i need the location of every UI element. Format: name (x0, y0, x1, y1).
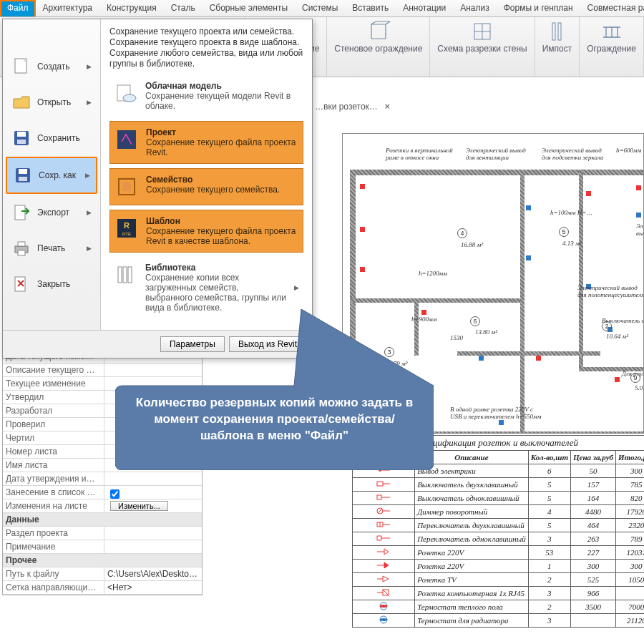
plan-annotation: h=1200мм (419, 270, 447, 277)
save-as-cloud[interactable]: Облачная модельСохранение текущей модели… (109, 75, 303, 117)
spec-row: Выключатель одноклавишный5164820Legra (353, 492, 645, 505)
wall (520, 170, 525, 434)
svg-rect-38 (377, 482, 383, 486)
plan-annotation: Электрический выводдля подсветки зеркала (542, 147, 604, 161)
room-tag: 6 (470, 316, 480, 327)
save-as-family[interactable]: СемействоСохранение текущего семейства. (109, 168, 303, 205)
close-tab-icon[interactable]: × (382, 102, 393, 112)
spec-cell: Розетка TV (415, 573, 529, 587)
chevron-right-icon: ▶ (294, 284, 299, 291)
file-menu-save[interactable]: Сохранить (6, 121, 97, 155)
spec-row: Выключатель двухклавишный5157785Legra (353, 478, 645, 492)
spec-cell: 5 (528, 492, 570, 505)
file-menu-print[interactable]: Печать▶ (6, 231, 97, 265)
ribbon-item-curtain-grid[interactable]: Схема разрезки стены (430, 17, 535, 77)
palette-row[interactable]: Путь к файлуC:\Users\Alex\Deskto… (3, 567, 202, 581)
spec-cell: 464 (570, 519, 615, 532)
ribbon-tab-struct[interactable]: Конструкция (99, 0, 164, 16)
plan-annotation: Электрический выводдля полотенцесушителя (577, 284, 644, 298)
electrical-device (536, 356, 541, 361)
file-menu-close[interactable]: Закрыть (6, 267, 97, 301)
electrical-device (586, 191, 591, 196)
plan-annotation: В одной рамке розетка 220V сUSB и перекл… (450, 406, 542, 420)
save-as-project[interactable]: ПроектСохранение текущего файла проекта … (109, 121, 303, 164)
spec-cell: 820 (616, 492, 644, 505)
svg-rect-40 (377, 495, 381, 499)
ribbon-tab-insert[interactable]: Вставить (345, 0, 396, 16)
spec-cell: 7000 (616, 600, 644, 614)
palette-row[interactable]: Изменения на листеИзменить... (3, 499, 202, 513)
svg-text:R: R (124, 221, 130, 230)
spec-cell: 966 (570, 587, 615, 600)
palette-row[interactable]: Сетка направляющи…<Нет> (3, 581, 202, 595)
file-menu-export[interactable]: Экспорт▶ (6, 195, 97, 230)
save-as-template[interactable]: RRTE ШаблонСохранение текущего файла про… (109, 210, 303, 253)
cloud-icon (114, 81, 138, 105)
palette-row[interactable]: Занесение в список … (3, 486, 202, 499)
spec-cell: 157 (570, 478, 615, 492)
wall (350, 170, 643, 175)
file-menu: Создать▶ Открыть▶ Сохранить Сохр. как▶ Э… (2, 19, 313, 358)
ribbon-tab-file[interactable]: Файл (0, 0, 36, 16)
ribbon-tab-precast[interactable]: Сборные элементы (203, 0, 295, 16)
svg-point-54 (380, 605, 387, 608)
svg-point-26 (123, 94, 136, 102)
electrical-device (636, 185, 641, 190)
plan-annotation: 16.88 м² (461, 241, 483, 248)
ribbon-tab-anno[interactable]: Аннотации (396, 0, 453, 16)
ribbon-tab-collab[interactable]: Совместная ра (580, 0, 644, 16)
spec-cell: 53 (528, 546, 570, 560)
document-tab[interactable]: …вки розеток… (315, 102, 378, 112)
plan-annotation: Розетки в вертикальнойраме в откосе окна (386, 147, 453, 161)
ribbon-tab-systems[interactable]: Системы (295, 0, 345, 16)
spec-cell: Розетка 220V (415, 546, 529, 560)
spec-cell: 5 (528, 478, 570, 492)
annotation-callout: Количество резервных копий можно задать … (115, 309, 434, 470)
library-icon (114, 263, 138, 287)
svg-rect-20 (15, 205, 25, 220)
file-menu-open[interactable]: Открыть▶ (6, 85, 97, 119)
spec-cell (353, 492, 415, 505)
ribbon-tab-analysis[interactable]: Анализ (453, 0, 497, 16)
spec-cell: 4 (528, 505, 570, 519)
palette-row[interactable]: Дата утверждения и… (3, 472, 202, 486)
spec-cell (353, 600, 415, 614)
spec-cell: 3 (528, 614, 570, 628)
palette-row[interactable]: Примечание (3, 540, 202, 554)
spec-row: Переключатель одноклавишный3263789Legra (353, 532, 645, 546)
ribbon-item-mullion[interactable]: Импост (535, 17, 580, 77)
plan-annotation: 4.13 м² (562, 240, 581, 247)
plan-annotation: 13.80 м² (475, 328, 497, 336)
spec-cell: 2 (528, 573, 570, 587)
spec-cell: 3 (528, 587, 570, 600)
palette-row[interactable]: Раздел проекта (3, 527, 202, 540)
ribbon-item-railing[interactable]: Ограждение (580, 17, 644, 77)
file-menu-save-as[interactable]: Сохр. как▶ (6, 157, 97, 194)
room-tag: 4 (457, 228, 467, 239)
file-menu-new[interactable]: Создать▶ (6, 49, 97, 84)
spec-cell: 3500 (570, 600, 615, 614)
electrical-device (499, 420, 504, 425)
plan-annotation: h=600мм вар.пане… (616, 147, 644, 154)
spec-row: Термостат теплого пола235007000 (353, 600, 645, 614)
template-icon: RRTE (114, 216, 139, 240)
plan-annotation: h=100мм H=… (550, 209, 592, 216)
spec-cell (353, 573, 415, 587)
edit-button[interactable]: Изменить... (110, 501, 168, 511)
electrical-device (360, 227, 365, 232)
ribbon-tab-arch[interactable]: Архитектура (36, 0, 100, 16)
ribbon-item-curtain[interactable]: Стеновое ограждение (327, 17, 430, 77)
electrical-device (636, 213, 641, 218)
spec-header: Кол-во,шт (528, 451, 570, 464)
electrical-device (360, 184, 365, 189)
spec-cell: Переключатель двухклавишный (415, 519, 529, 532)
svg-text:RTE: RTE (122, 232, 131, 236)
ribbon-tab-massing[interactable]: Формы и генплан (497, 0, 580, 16)
svg-line-43 (378, 509, 382, 513)
wall (579, 170, 583, 370)
checkbox[interactable] (110, 489, 119, 499)
ribbon-tab-steel[interactable]: Сталь (164, 0, 203, 16)
spec-cell: 164 (570, 492, 615, 505)
spec-cell (353, 532, 415, 546)
spec-cell: Переключатель одноклавишный (415, 532, 529, 546)
